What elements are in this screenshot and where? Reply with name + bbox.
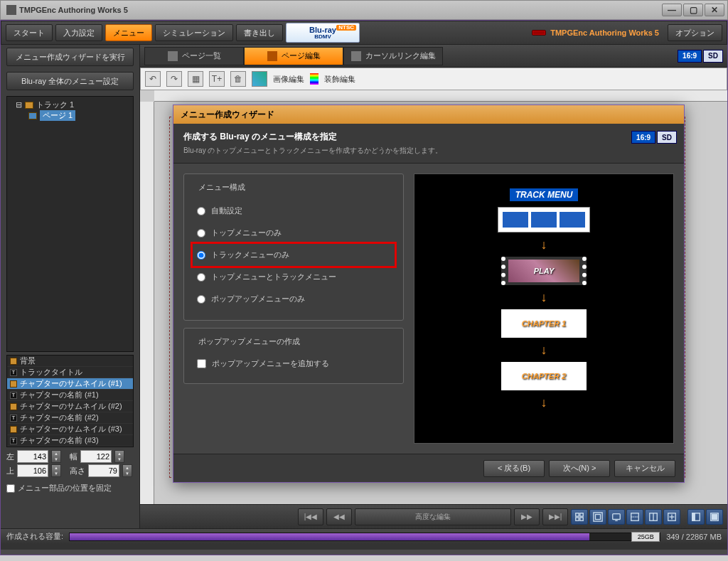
edit-icon <box>267 51 277 61</box>
main-toolbar: スタート 入力設定 メニュー シミュレーション 書き出し Blu-ray NTS… <box>1 21 727 45</box>
width-input[interactable] <box>80 450 112 463</box>
nav-start[interactable]: スタート <box>6 24 53 41</box>
left-spinner[interactable]: ▲▼ <box>51 450 61 463</box>
zoom-button[interactable] <box>663 509 680 525</box>
svg-rect-2 <box>576 517 579 520</box>
svg-rect-4 <box>594 512 602 520</box>
layer-row[interactable]: チャプターのサムネイル (#3) <box>7 424 133 435</box>
nav-simulation[interactable]: シミュレーション <box>155 24 233 41</box>
undo-button[interactable]: ↶ <box>145 71 161 87</box>
tab-page-edit[interactable]: ページ編集 <box>244 47 343 65</box>
view-tabs: ページ一覧 ページ編集 カーソルリンク編集 16:9SD <box>140 45 727 68</box>
guides-button[interactable] <box>626 509 643 525</box>
radio-track-only[interactable]: トラックメニューのみ <box>193 244 395 266</box>
run-wizard-button[interactable]: メニュー作成ウィザードを実行 <box>6 48 134 66</box>
lock-position-check[interactable]: メニュー部品の位置を固定 <box>6 483 134 493</box>
capacity-bar: 25GB <box>69 533 660 541</box>
svg-rect-6 <box>613 513 621 519</box>
group1-label: メニュー構成 <box>196 182 248 193</box>
layer-row[interactable]: チャプターのサムネイル (#4) <box>7 447 133 447</box>
left-input[interactable] <box>17 450 48 463</box>
delete-button[interactable]: 🗑 <box>230 71 246 87</box>
tree-page-node[interactable]: ページ 1 <box>10 110 130 121</box>
height-spinner[interactable]: ▲▼ <box>122 464 132 477</box>
layout-b-button[interactable] <box>706 509 723 525</box>
page-tree[interactable]: ⊟ トラック 1 ページ 1 <box>6 96 134 352</box>
layer-row[interactable]: チャプターのサムネイル (#2) <box>7 401 133 412</box>
layer-row[interactable]: Tチャプターの名前 (#3) <box>7 435 133 447</box>
global-menu-button[interactable]: Blu-ray 全体のメニュー設定 <box>6 72 134 90</box>
wizard-next-button[interactable]: 次へ(N) > <box>549 460 610 477</box>
list-icon <box>168 51 178 61</box>
layer-row[interactable]: チャプターのサムネイル (#1) <box>7 378 133 390</box>
tab-page-list[interactable]: ページ一覧 <box>144 47 244 65</box>
image-edit-label[interactable]: 画像編集 <box>273 74 304 85</box>
format-indicator[interactable]: Blu-ray NTSC BDMV <box>286 23 360 43</box>
page-icon <box>28 112 37 119</box>
prev-frame-button[interactable]: ◀◀ <box>326 508 352 525</box>
nav-menu[interactable]: メニュー <box>105 24 152 41</box>
tree-track-node[interactable]: ⊟ トラック 1 <box>10 100 130 110</box>
layer-row[interactable]: Tチャプターの名前 (#2) <box>7 412 133 424</box>
layer-list[interactable]: 背景Tトラックタイトルチャプターのサムネイル (#1)Tチャプターの名前 (#1… <box>6 355 134 447</box>
radio-popup-only[interactable]: ポップアップメニューのみ <box>193 288 395 310</box>
minimize-button[interactable]: — <box>662 4 682 16</box>
maximize-button[interactable]: ▢ <box>683 4 703 16</box>
app-icon <box>6 5 16 15</box>
canvas-area[interactable]: メニュー作成ウィザード 作成する Blu-ray のメニュー構成を指定 Blu-… <box>140 90 727 504</box>
layer-row[interactable]: Tトラックタイトル <box>7 367 133 378</box>
image-icon <box>10 380 17 388</box>
radio-top-and-track[interactable]: トップメニューとトラックメニュー <box>193 266 395 288</box>
text-icon: T <box>10 415 17 422</box>
preview-chapter1: CHAPTER 1 <box>501 309 587 338</box>
decoration-label[interactable]: 装飾編集 <box>324 74 355 85</box>
preview-thumbgrid <box>498 207 590 233</box>
add-image-button[interactable]: ▦ <box>188 71 203 87</box>
next-frame-button[interactable]: ▶▶ <box>514 508 540 525</box>
options-button[interactable]: オプション <box>668 24 722 41</box>
cursor-icon <box>351 51 361 61</box>
status-bar: 作成される容量: 25GB 349 / 22867 MB <box>1 528 727 544</box>
layer-row[interactable]: Tチャプターの名前 (#1) <box>7 390 133 401</box>
prev-chapter-button[interactable]: |◀◀ <box>298 508 323 525</box>
grid-view-button[interactable] <box>571 509 588 525</box>
add-popup-check[interactable]: ポップアップメニューを追加する <box>193 354 395 373</box>
next-chapter-button[interactable]: ▶▶| <box>542 508 568 525</box>
width-spinner[interactable]: ▲▼ <box>114 450 124 463</box>
svg-rect-5 <box>596 514 601 519</box>
add-text-button[interactable]: T+ <box>209 71 225 87</box>
layer-row[interactable]: 背景 <box>7 356 133 367</box>
safe-zone-button[interactable] <box>589 509 606 525</box>
layer-label: 背景 <box>20 356 36 366</box>
tv-preview-button[interactable] <box>608 509 625 525</box>
layer-label: チャプターのサムネイル (#3) <box>20 424 122 434</box>
redo-button[interactable]: ↷ <box>166 71 182 87</box>
menu-structure-group: メニュー構成 自動設定 トップメニューのみ トラックメニューのみ トップメニュー… <box>183 173 404 321</box>
ntsc-badge: NTSC <box>336 25 356 31</box>
capacity-fill <box>70 533 589 540</box>
top-input[interactable] <box>17 464 48 477</box>
wizard-back-button[interactable]: < 戻る(B) <box>483 460 545 477</box>
group2-label: ポップアップメニューの作成 <box>196 336 303 347</box>
top-spinner[interactable]: ▲▼ <box>51 464 61 477</box>
close-button[interactable]: ✕ <box>705 4 724 16</box>
folder-icon <box>25 102 33 109</box>
wizard-footer: < 戻る(B) 次へ(N) > キャンセル <box>173 454 684 482</box>
playback-controls: |◀◀ ◀◀ 高度な編集 ▶▶ ▶▶| <box>140 504 727 528</box>
height-input[interactable] <box>88 464 119 477</box>
layer-label: チャプターのサムネイル (#2) <box>20 401 122 412</box>
svg-rect-16 <box>692 513 695 520</box>
radio-auto[interactable]: 自動設定 <box>193 200 395 222</box>
advanced-edit-button[interactable]: 高度な編集 <box>355 508 511 525</box>
wizard-cancel-button[interactable]: キャンセル <box>614 460 675 477</box>
nav-input[interactable]: 入力設定 <box>55 24 102 41</box>
tab-cursor-link[interactable]: カーソルリンク編集 <box>343 47 443 65</box>
split-view-button[interactable] <box>645 509 662 525</box>
arrow-icon: ↓ <box>541 291 547 304</box>
radio-top-only[interactable]: トップメニューのみ <box>193 222 395 244</box>
popup-group: ポップアップメニューの作成 ポップアップメニューを追加する <box>183 328 404 384</box>
nav-output[interactable]: 書き出し <box>236 24 283 41</box>
layout-a-button[interactable] <box>687 509 705 525</box>
wizard-header: 作成する Blu-ray のメニュー構成を指定 Blu-ray のトップメニュー… <box>173 124 684 164</box>
wizard-heading: 作成する Blu-ray のメニュー構成を指定 <box>183 131 674 143</box>
